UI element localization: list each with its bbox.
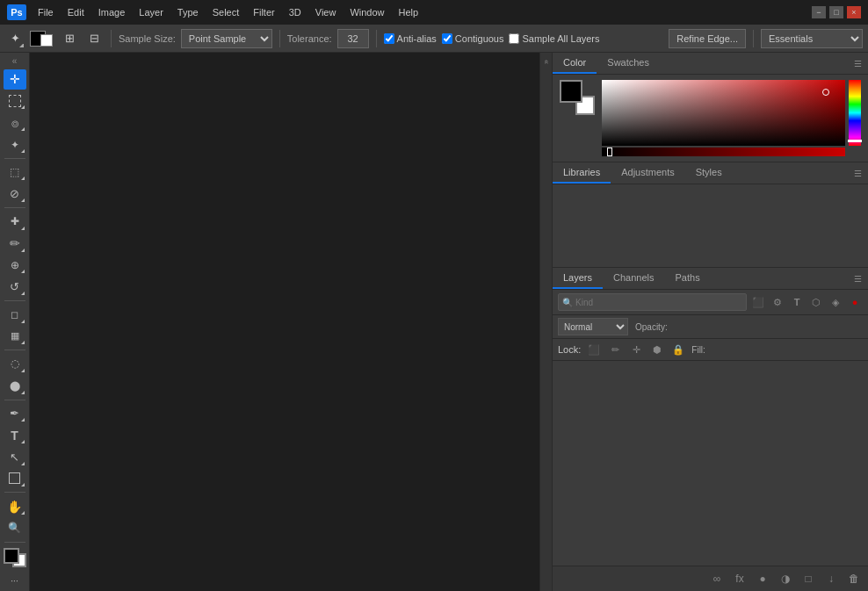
lock-transparency-btn[interactable]: ⬛	[586, 342, 602, 357]
toolbar-extra2[interactable]: ⊟	[84, 29, 104, 48]
menu-window[interactable]: Window	[344, 5, 390, 19]
menu-type[interactable]: Type	[171, 5, 205, 19]
tool-zoom[interactable]: 🔍	[4, 518, 26, 538]
tool-brush[interactable]: ✏	[4, 234, 26, 254]
menu-image[interactable]: Image	[92, 5, 132, 19]
tab-libraries[interactable]: Libraries	[553, 162, 611, 184]
sample-all-checkbox[interactable]	[509, 33, 519, 44]
tab-swatches[interactable]: Swatches	[597, 53, 660, 74]
layer-group-btn[interactable]: □	[799, 570, 817, 587]
lock-all-btn[interactable]: 🔒	[670, 342, 686, 357]
tab-adjustments[interactable]: Adjustments	[611, 162, 685, 184]
tab-channels[interactable]: Channels	[603, 268, 664, 289]
right-collapse-btn[interactable]: «	[542, 56, 551, 64]
toolbar-extra1[interactable]: ⊞	[60, 29, 79, 48]
color-picker-indicator	[822, 89, 829, 96]
tool-sep3	[4, 300, 25, 301]
tool-hand[interactable]: ✋	[4, 496, 26, 516]
contiguous-checkbox[interactable]	[442, 33, 452, 44]
tool-clone[interactable]: ⊕	[4, 256, 26, 276]
layer-filter-adjust[interactable]: ⚙	[770, 294, 785, 310]
color-value-bar[interactable]	[602, 148, 845, 156]
lock-position-btn[interactable]: ✛	[628, 342, 644, 357]
lock-artboard-btn[interactable]: ⬢	[649, 342, 665, 357]
menu-help[interactable]: Help	[393, 5, 425, 19]
hue-strip[interactable]	[849, 80, 861, 146]
workspace-select[interactable]: Essentials 3D Graphic and Web	[761, 29, 863, 48]
tool-options-icon[interactable]: ✦	[5, 29, 25, 48]
tools-collapse-btn[interactable]: «	[10, 56, 20, 66]
eyedropper-icon: ⊘	[10, 187, 19, 200]
toolbar-bg-color[interactable]	[40, 34, 53, 47]
refine-edge-button[interactable]: Refine Edge...	[669, 29, 746, 48]
tool-eraser[interactable]: ◻	[4, 305, 26, 325]
layer-link-btn[interactable]: ∞	[708, 570, 726, 587]
menu-layer[interactable]: Layer	[133, 5, 170, 19]
layers-panel-menu-btn[interactable]: ☰	[850, 271, 864, 285]
layers-search-input[interactable]	[575, 298, 742, 307]
tool-lasso[interactable]: ⌾	[4, 112, 26, 133]
color-panel-menu-btn[interactable]: ☰	[850, 56, 864, 70]
tool-fg-bg[interactable]	[4, 548, 26, 568]
layer-new-btn[interactable]: ↓	[822, 570, 840, 587]
pen-icon: ✒	[10, 407, 19, 420]
title-bar-right: − □ ×	[812, 6, 861, 18]
tool-quick-select[interactable]: ✦	[4, 134, 26, 155]
toolbar-color-swatches[interactable]	[30, 31, 53, 47]
color-gradient-bg[interactable]	[602, 80, 845, 146]
tool-crop[interactable]: ⬚	[4, 162, 26, 183]
tool-shape[interactable]	[4, 469, 26, 489]
color-saturation-picker[interactable]	[602, 80, 845, 156]
layer-mask-btn[interactable]: ●	[754, 570, 771, 587]
tolerance-input[interactable]	[337, 29, 369, 48]
menu-edit[interactable]: Edit	[61, 5, 90, 19]
menu-3d[interactable]: 3D	[283, 5, 307, 19]
tab-layers[interactable]: Layers	[553, 268, 603, 289]
tool-extra[interactable]: ···	[4, 571, 26, 591]
layer-delete-btn[interactable]: 🗑	[845, 570, 863, 587]
layer-filter-toggle[interactable]: ●	[847, 294, 863, 310]
minimize-button[interactable]: −	[812, 6, 826, 18]
menu-filter[interactable]: Filter	[247, 5, 280, 19]
libraries-panel-menu-btn[interactable]: ☰	[850, 166, 864, 180]
layer-fx-btn[interactable]: fx	[731, 570, 749, 587]
foreground-color-box[interactable]	[560, 80, 582, 103]
sample-size-select[interactable]: Point Sample 3 by 3 Average 5 by 5 Avera…	[181, 29, 272, 48]
color-panel-content	[553, 75, 868, 162]
tool-dodge[interactable]: ⬤	[4, 376, 26, 396]
tool-eyedropper[interactable]: ⊘	[4, 184, 26, 204]
tool-move[interactable]: ✛	[4, 69, 26, 90]
tab-paths[interactable]: Paths	[665, 268, 711, 289]
menu-file[interactable]: File	[32, 5, 60, 19]
wand-icon: ✦	[11, 32, 20, 45]
tool-pen[interactable]: ✒	[4, 403, 26, 423]
anti-alias-checkbox[interactable]	[384, 33, 394, 44]
menu-view[interactable]: View	[309, 5, 343, 19]
tool-blur[interactable]: ◌	[4, 354, 26, 374]
tab-color[interactable]: Color	[553, 53, 597, 74]
blend-mode-select[interactable]: Normal Dissolve Multiply	[558, 318, 628, 335]
opacity-label: Opacity:	[635, 322, 668, 332]
color-picker-container	[602, 80, 861, 156]
tab-styles[interactable]: Styles	[685, 162, 733, 184]
layer-filter-shape[interactable]: ⬡	[808, 294, 824, 310]
tool-type[interactable]: T	[4, 425, 26, 445]
lock-pixels-btn[interactable]: ✏	[607, 342, 623, 357]
close-button[interactable]: ×	[847, 6, 861, 18]
layer-adjustment-btn[interactable]: ◑	[777, 570, 794, 587]
layer-filter-type[interactable]: T	[789, 294, 805, 310]
tool-heal[interactable]: ✚	[4, 212, 26, 232]
layer-filter-pixel[interactable]: ⬛	[750, 294, 766, 310]
tool-marquee[interactable]	[4, 91, 26, 112]
menu-select[interactable]: Select	[206, 5, 246, 19]
maximize-button[interactable]: □	[829, 6, 843, 18]
ps-logo: Ps	[7, 4, 26, 20]
tool-fg-color[interactable]	[4, 548, 19, 564]
tool-path-select[interactable]: ↖	[4, 447, 26, 467]
tool-sep6	[4, 492, 25, 493]
layers-lock-row: Lock: ⬛ ✏ ✛ ⬢ 🔒 Fill:	[553, 339, 868, 361]
layer-filter-smart[interactable]: ◈	[828, 294, 843, 310]
tool-gradient[interactable]: ▦	[4, 327, 26, 347]
hand-icon: ✋	[7, 500, 22, 514]
tool-history[interactable]: ↺	[4, 277, 26, 297]
